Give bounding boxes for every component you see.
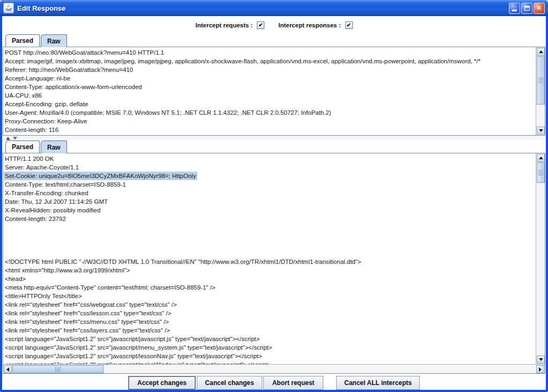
- intercept-responses-checkbox[interactable]: [345, 21, 353, 29]
- text-line: User-Agent: Mozilla/4.0 (compatible; MSI…: [4, 108, 332, 117]
- response-pane: HTTP/1.1 200 OKServer: Apache-Coyote/1.1…: [3, 153, 545, 374]
- text-line: [4, 240, 8, 249]
- minimize-button[interactable]: [509, 3, 520, 14]
- intercept-requests-group: Intercept requests :: [195, 21, 264, 29]
- window-content: Intercept requests : Intercept responses…: [2, 16, 546, 390]
- response-raw-text[interactable]: HTTP/1.1 200 OKServer: Apache-Coyote/1.1…: [3, 153, 536, 364]
- scroll-up-button[interactable]: [537, 154, 545, 162]
- arrow-left-icon: [6, 367, 9, 372]
- scrollbar-thumb[interactable]: [537, 162, 545, 183]
- text-line: <html xmlns="http://www.w3.org/1999/xhtm…: [4, 266, 131, 275]
- request-tab-raw[interactable]: Raw: [41, 34, 67, 47]
- text-line: X-Transfer-Encoding: chunked: [4, 189, 90, 197]
- thumb-grip: [538, 170, 543, 176]
- arrow-right-icon: [539, 367, 542, 372]
- scrollbar-thumb[interactable]: [12, 365, 103, 373]
- text-line: <script language="JavaScript1.2" src="ja…: [4, 343, 273, 352]
- thumb-grip: [55, 367, 61, 372]
- text-line: Content-Type: text/html;charset=ISO-8859…: [4, 180, 127, 189]
- response-tabs: Parsed Raw: [5, 140, 67, 153]
- text-line: Set-Cookie: unique2u=8IO5meI3DCyZMxBFAKo…: [4, 172, 197, 180]
- intercept-requests-label: Intercept requests :: [195, 22, 253, 28]
- text-line: UA-CPU: x86: [4, 91, 43, 100]
- abort-request-button[interactable]: Abort request: [263, 376, 323, 390]
- collapse-down-icon[interactable]: [13, 137, 17, 140]
- intercept-responses-label: Intercept responses :: [278, 22, 340, 28]
- intercept-responses-group: Intercept responses :: [278, 21, 352, 29]
- arrow-down-icon: [539, 129, 543, 132]
- request-tab-parsed[interactable]: Parsed: [5, 34, 40, 47]
- text-line: <!DOCTYPE html PUBLIC "-//W3C//DTD XHTML…: [4, 257, 362, 266]
- accept-changes-button[interactable]: Accept changes: [128, 376, 196, 390]
- text-line: HTTP/1.1 200 OK: [4, 154, 55, 163]
- close-button[interactable]: ✕: [534, 3, 545, 14]
- split-pane-divider[interactable]: [2, 136, 546, 140]
- arrow-down-icon: [539, 358, 543, 361]
- response-tab-raw[interactable]: Raw: [41, 140, 67, 153]
- text-line: <title>HTTPOnly Test</title>: [4, 292, 83, 300]
- text-line: <script language="JavaScript1.2" src="ja…: [4, 360, 271, 364]
- text-line: <script language="JavaScript1.2" src="ja…: [4, 335, 261, 343]
- text-line: <head>: [4, 275, 27, 283]
- text-line: <script language="JavaScript1.2" src="ja…: [4, 352, 263, 360]
- arrow-up-icon: [539, 157, 543, 159]
- window-title: Edit Response: [17, 4, 508, 12]
- java-cup-glyph: [5, 4, 12, 12]
- footer-button-bar: Accept changes Cancel changes Abort requ…: [2, 376, 546, 390]
- text-line: <meta http-equiv="Content-Type" content=…: [4, 283, 217, 292]
- thumb-grip: [538, 78, 543, 84]
- response-vertical-scrollbar[interactable]: [536, 153, 545, 364]
- arrow-up-icon: [539, 50, 543, 53]
- scrollbar-thumb[interactable]: [537, 56, 545, 105]
- text-line: Content-Type: application/x-www-form-url…: [4, 83, 143, 91]
- scroll-down-button[interactable]: [537, 127, 545, 135]
- text-line: Content-length: 116: [4, 125, 60, 134]
- text-line: [4, 249, 8, 257]
- request-pane: POST http://neo:80/WebGoat/attack?menu=4…: [3, 47, 545, 136]
- text-line: Proxy-Connection: Keep-Alive: [4, 117, 88, 125]
- collapse-up-icon[interactable]: [6, 137, 10, 140]
- intercept-options-bar: Intercept requests : Intercept responses…: [2, 18, 546, 32]
- maximize-button[interactable]: [521, 3, 532, 14]
- java-app-icon[interactable]: [3, 3, 14, 13]
- scroll-down-button[interactable]: [537, 356, 545, 364]
- text-line: Content-length: 23792: [4, 215, 67, 223]
- response-tab-parsed[interactable]: Parsed: [5, 140, 40, 153]
- text-line: Accept-Encoding: gzip, deflate: [4, 100, 89, 108]
- text-line: <link rel="stylesheet" href="css/webgoat…: [4, 300, 178, 309]
- text-line: Accept-Language: nl-be: [4, 74, 71, 83]
- text-line: <link rel="stylesheet" href="css/layers.…: [4, 326, 171, 335]
- text-line: X-RevealHidden: possibly modified: [4, 206, 101, 215]
- text-line: Date: Thu, 12 Jul 2007 11:14:25 GMT: [4, 197, 109, 206]
- text-line: Referer: http://neo/WebGoat/attack?menu=…: [4, 65, 134, 74]
- request-raw-text[interactable]: POST http://neo:80/WebGoat/attack?menu=4…: [3, 47, 536, 135]
- text-line: Server: Apache-Coyote/1.1: [4, 163, 80, 172]
- close-icon: ✕: [536, 5, 542, 11]
- text-line: <link rel="stylesheet" href="css/lesson.…: [4, 309, 173, 317]
- scroll-left-button[interactable]: [4, 365, 12, 373]
- text-line: Accept: image/gif, image/x-xbitmap, imag…: [4, 57, 482, 65]
- titlebar[interactable]: Edit Response ✕: [0, 0, 548, 16]
- text-line: [4, 232, 8, 240]
- maximize-icon: [524, 6, 530, 11]
- request-vertical-scrollbar[interactable]: [536, 47, 545, 135]
- cancel-all-intercepts-button[interactable]: Cancel ALL intercepts: [336, 376, 420, 390]
- scroll-right-button[interactable]: [536, 365, 544, 373]
- window-controls: ✕: [508, 3, 545, 14]
- text-line: POST http://neo:80/WebGoat/attack?menu=4…: [4, 48, 165, 57]
- scroll-up-button[interactable]: [537, 48, 545, 56]
- text-line: [4, 223, 8, 232]
- response-horizontal-scrollbar[interactable]: [3, 364, 545, 373]
- request-tabs: Parsed Raw: [5, 34, 67, 47]
- intercept-requests-checkbox[interactable]: [257, 21, 264, 29]
- cancel-changes-button[interactable]: Cancel changes: [197, 376, 262, 390]
- edit-response-window: Edit Response ✕ Intercept requests : Int…: [0, 0, 548, 392]
- minimize-icon: [512, 10, 517, 11]
- text-line: <link rel="stylesheet" href="css/menu.cs…: [4, 317, 170, 326]
